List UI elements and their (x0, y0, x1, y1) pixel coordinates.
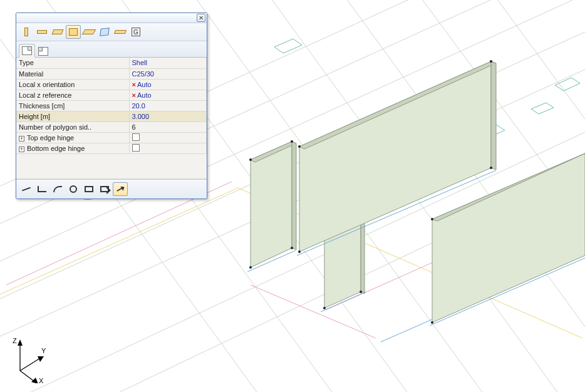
svg-point-47 (490, 60, 492, 63)
property-label-text: Number of polygon sid.. (19, 123, 91, 131)
property-row[interactable]: +Bottom edge hinge (16, 143, 207, 153)
expander-icon[interactable]: + (19, 147, 24, 152)
property-row[interactable]: Local x orientation×Auto (16, 79, 207, 90)
svg-marker-29 (292, 142, 296, 250)
svg-line-15 (0, 188, 238, 294)
checkbox-icon[interactable] (132, 133, 140, 141)
property-row[interactable]: Local z reference×Auto (16, 90, 207, 100)
property-label-text: Top edge hinge (27, 134, 74, 142)
property-row[interactable]: Height [m]3.000 (16, 111, 207, 121)
svg-point-46 (298, 145, 301, 148)
close-icon[interactable]: ✕ (197, 14, 205, 22)
property-label: +Bottom edge hinge (16, 143, 129, 153)
property-value-text: Shell (132, 59, 147, 66)
svg-point-30 (249, 266, 252, 269)
svg-line-56 (381, 319, 432, 342)
property-value[interactable]: Shell (129, 58, 207, 68)
property-value-text: Auto (137, 91, 152, 99)
solid-icon[interactable] (97, 25, 112, 39)
sheet-tab-b[interactable] (35, 44, 51, 58)
property-row[interactable]: MaterialC25/30 (16, 68, 207, 79)
sheet-tab-a[interactable] (19, 44, 35, 58)
property-value[interactable]: 6 (129, 121, 207, 132)
property-value-text: 3.000 (132, 113, 150, 120)
svg-marker-43 (491, 61, 496, 170)
svg-marker-25 (555, 78, 580, 91)
svg-point-50 (431, 321, 433, 324)
property-label-text: Type (19, 59, 34, 66)
property-label: Height [m] (16, 111, 129, 121)
beam-icon[interactable] (34, 25, 49, 39)
slab-icon[interactable] (66, 25, 81, 39)
axis-z-label: Z (13, 337, 17, 344)
element-shape-toolbar: G (16, 23, 207, 41)
property-label: Material (16, 68, 129, 79)
property-label: +Top edge hinge (16, 132, 129, 143)
property-row[interactable]: +Top edge hinge (16, 132, 207, 143)
property-label-text: Material (19, 70, 43, 78)
properties-palette[interactable]: ✕ G TypeShellMaterialC25/30Local x orien… (16, 13, 207, 199)
column-icon[interactable] (19, 25, 34, 39)
svg-point-37 (323, 307, 326, 309)
generic-element-icon[interactable]: G (128, 25, 143, 39)
checkbox-icon[interactable] (132, 144, 140, 152)
draw-circle[interactable] (66, 182, 81, 196)
svg-point-38 (360, 291, 362, 293)
svg-marker-24 (531, 103, 554, 114)
property-value-text: 6 (132, 123, 136, 131)
inclined-plate-icon[interactable] (113, 25, 128, 39)
property-label-text: Local z reference (19, 91, 71, 99)
property-label: Local z reference (16, 90, 129, 100)
axis-x-label: X (39, 377, 44, 383)
svg-marker-58 (18, 339, 23, 346)
svg-marker-20 (274, 39, 302, 53)
draw-mode-toolbar (16, 179, 207, 199)
property-label: Local x orientation (16, 79, 129, 90)
draw-pick[interactable] (113, 182, 128, 196)
flat-slab-icon[interactable] (81, 25, 96, 39)
svg-point-33 (291, 140, 293, 143)
property-value-text: C25/30 (132, 70, 154, 78)
property-label: Number of polygon sid.. (16, 121, 129, 132)
property-value[interactable]: 20.0 (129, 100, 207, 111)
axis-indicator: Z Y X (8, 333, 51, 383)
svg-line-59 (20, 358, 40, 371)
property-label: Thickness [cm] (16, 100, 129, 111)
palette-tabs (16, 41, 207, 58)
property-grid: TypeShellMaterialC25/30Local x orientati… (16, 58, 207, 154)
svg-point-32 (249, 158, 252, 161)
draw-polyline[interactable] (34, 182, 49, 196)
property-label-text: Local x orientation (19, 81, 75, 88)
property-row[interactable]: TypeShell (16, 58, 207, 68)
property-value-text: Auto (137, 81, 152, 88)
svg-point-45 (490, 167, 492, 169)
property-label-text: Bottom edge hinge (27, 145, 85, 152)
draw-arc[interactable] (50, 182, 65, 196)
inclined-beam-icon[interactable] (50, 25, 65, 39)
property-row[interactable]: Thickness [cm]20.0 (16, 100, 207, 111)
axis-y-label: Y (41, 347, 46, 354)
property-value[interactable]: 3.000 (129, 111, 207, 121)
draw-rectangle[interactable] (81, 182, 96, 196)
property-label-text: Thickness [cm] (19, 102, 65, 110)
draw-rectangle-offset[interactable] (97, 182, 112, 196)
property-value-text: 20.0 (132, 102, 145, 110)
property-row[interactable]: Number of polygon sid..6 (16, 121, 207, 132)
red-x-icon: × (132, 91, 136, 99)
palette-titlebar[interactable]: ✕ (16, 13, 207, 23)
svg-point-51 (431, 218, 433, 220)
palette-spacer (16, 154, 207, 179)
svg-point-44 (298, 250, 301, 253)
expander-icon[interactable]: + (19, 136, 24, 142)
svg-point-31 (291, 247, 293, 249)
property-label: Type (16, 58, 129, 68)
svg-line-61 (20, 371, 35, 382)
draw-line[interactable] (19, 182, 34, 196)
property-label-text: Height [m] (19, 113, 50, 120)
property-value[interactable]: ×Auto (129, 90, 207, 100)
property-value[interactable] (129, 132, 207, 143)
red-x-icon: × (132, 81, 136, 88)
property-value[interactable]: ×Auto (129, 79, 207, 90)
property-value[interactable] (129, 143, 207, 153)
property-value[interactable]: C25/30 (129, 68, 207, 79)
